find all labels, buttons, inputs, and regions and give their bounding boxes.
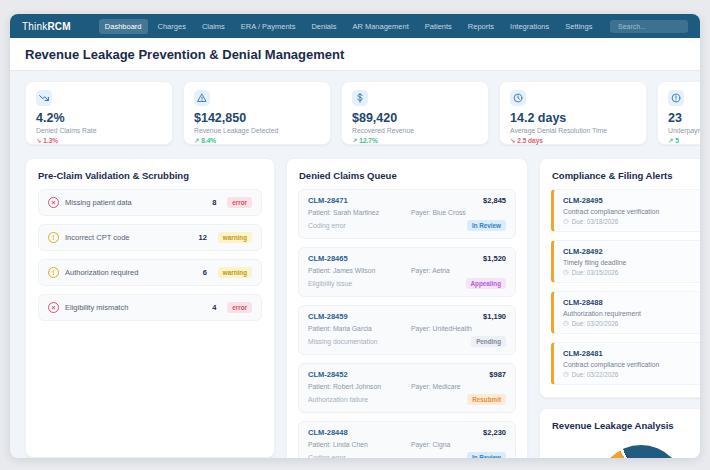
kpi-value: 4.2% — [36, 111, 162, 125]
panel-title: Revenue Leakage Analysis — [540, 409, 700, 439]
claim-row[interactable]: CLM-28448$2,230 Patient: Linda ChenPayer… — [298, 421, 516, 458]
nav-item-integrations[interactable]: Integrations — [504, 19, 555, 34]
claim-id: CLM-28471 — [308, 196, 348, 205]
claim-payer: Payer: Blue Cross — [411, 209, 466, 216]
kpi-trend: ↗ 8.4% — [194, 137, 320, 145]
warning-triangle-icon — [194, 90, 210, 106]
right-column: Compliance & Filing Alerts CLM-28495 Con… — [539, 158, 700, 458]
alert-due-date: ◷Due: 03/20/2026 — [563, 320, 700, 327]
claim-id: CLM-28448 — [308, 428, 348, 437]
claim-payer: Payer: Medicare — [411, 383, 461, 390]
nav-item-reports[interactable]: Reports — [462, 19, 500, 34]
claim-patient: Patient: Linda Chen — [308, 441, 411, 448]
kpi-trend: ↗ 5 — [668, 137, 700, 145]
compliance-alert[interactable]: CLM-28492 Timely filing deadline ◷Due: 0… — [551, 240, 700, 283]
alert-circle-icon — [668, 90, 684, 106]
nav-item-era-payments[interactable]: ERA / Payments — [235, 19, 302, 34]
claim-id: CLM-28459 — [308, 312, 348, 321]
claim-payer: Payer: Cigna — [411, 441, 450, 448]
alert-claim-id: CLM-28488 — [563, 298, 700, 307]
clock-small-icon: ◷ — [563, 320, 569, 327]
kpi-label: Denied Claims Rate — [36, 127, 162, 134]
claim-row[interactable]: CLM-28459$1,190 Patient: Maria GarciaPay… — [298, 305, 516, 355]
claim-row[interactable]: CLM-28452$987 Patient: Robert JohnsonPay… — [298, 363, 516, 413]
nav-item-charges[interactable]: Charges — [152, 19, 192, 34]
panel-title: Pre-Claim Validation & Scrubbing — [26, 159, 274, 189]
validation-item-authorization-required[interactable]: ! Authorization required 6 warning — [38, 259, 262, 286]
claim-reason: Authorization failure — [308, 396, 368, 403]
panel-title: Denied Claims Queue — [287, 159, 527, 189]
kpi-label: Revenue Leakage Detected — [194, 127, 320, 134]
claim-patient: Patient: Maria Garcia — [308, 325, 411, 332]
nav-item-ar-management[interactable]: AR Management — [346, 19, 414, 34]
status-badge: In Review — [467, 220, 506, 231]
denied-claims-queue-panel: Denied Claims Queue CLM-28471$2,845 Pati… — [286, 158, 528, 458]
clock-icon — [510, 90, 526, 106]
kpi-row: 4.2% Denied Claims Rate ↘ 1.3% $142,850 … — [25, 81, 700, 145]
alert-due-date: ◷Due: 03/22/2026 — [563, 371, 700, 378]
claim-amount: $1,520 — [483, 254, 506, 263]
revenue-leakage-analysis-panel: Revenue Leakage Analysis — [539, 408, 700, 458]
item-count: 12 — [199, 233, 207, 242]
claim-payer: Payer: UnitedHealth — [411, 325, 472, 332]
alert-description: Timely filing deadline — [563, 259, 700, 266]
compliance-alert[interactable]: CLM-28495 Contract compliance verificati… — [551, 189, 700, 232]
clock-small-icon: ◷ — [563, 218, 569, 225]
alert-claim-id: CLM-28492 — [563, 247, 700, 256]
dollar-icon — [352, 90, 368, 106]
nav-menu: Dashboard Charges Claims ERA / Payments … — [99, 19, 610, 34]
claim-amount: $2,230 — [483, 428, 506, 437]
claim-row[interactable]: CLM-28471$2,845 Patient: Sarah MartinezP… — [298, 189, 516, 239]
nav-item-patients[interactable]: Patients — [419, 19, 458, 34]
top-navbar: ThinkRCM Dashboard Charges Claims ERA / … — [10, 14, 700, 38]
status-badge: Appealing — [466, 278, 506, 289]
kpi-label: Average Denial Resolution Time — [510, 127, 636, 134]
donut-chart — [598, 445, 684, 458]
kpi-value: 14.2 days — [510, 111, 636, 125]
kpi-label: Recovered Revenue — [352, 127, 478, 134]
status-badge: In Review — [467, 452, 506, 458]
validation-item-eligibility-mismatch[interactable]: × Eligibility mismatch 4 error — [38, 294, 262, 321]
item-count: 6 — [203, 268, 207, 277]
trend-down-arrow-icon: ↘ — [510, 137, 515, 144]
severity-badge: error — [227, 302, 252, 313]
severity-badge: warning — [218, 267, 252, 278]
brand-logo[interactable]: ThinkRCM — [22, 21, 71, 32]
alert-description: Authorization requirement — [563, 310, 700, 317]
item-count: 4 — [212, 303, 216, 312]
content-area: 4.2% Denied Claims Rate ↘ 1.3% $142,850 … — [10, 71, 700, 458]
compliance-alert[interactable]: CLM-28488 Authorization requirement ◷Due… — [551, 291, 700, 334]
claim-reason: Coding error — [308, 454, 346, 458]
claim-row[interactable]: CLM-28465$1,520 Patient: James WilsonPay… — [298, 247, 516, 297]
x-circle-icon: × — [48, 197, 59, 208]
validation-item-incorrect-cpt-code[interactable]: ! Incorrect CPT code 12 warning — [38, 224, 262, 251]
severity-badge: warning — [218, 232, 252, 243]
claim-reason: Eligibility issue — [308, 280, 352, 287]
pre-claim-validation-panel: Pre-Claim Validation & Scrubbing × Missi… — [25, 158, 275, 458]
alert-claim-id: CLM-28495 — [563, 196, 700, 205]
clock-small-icon: ◷ — [563, 269, 569, 276]
claim-amount: $987 — [489, 370, 506, 379]
alert-description: Contract compliance verification — [563, 208, 700, 215]
claim-amount: $2,845 — [483, 196, 506, 205]
left-column: Pre-Claim Validation & Scrubbing × Missi… — [25, 158, 275, 458]
kpi-card-revenue-leakage: $142,850 Revenue Leakage Detected ↗ 8.4% — [183, 81, 331, 145]
warning-circle-icon: ! — [48, 267, 59, 278]
claim-patient: Patient: James Wilson — [308, 267, 411, 274]
claim-id: CLM-28452 — [308, 370, 348, 379]
x-circle-icon: × — [48, 302, 59, 313]
nav-item-claims[interactable]: Claims — [196, 19, 231, 34]
panel-title: Compliance & Filing Alerts — [540, 159, 700, 189]
validation-item-missing-patient-data[interactable]: × Missing patient data 8 error — [38, 189, 262, 216]
nav-item-dashboard[interactable]: Dashboard — [99, 19, 148, 34]
trend-up-arrow-icon: ↗ — [668, 137, 673, 144]
trending-down-icon — [36, 90, 52, 106]
claim-id: CLM-28465 — [308, 254, 348, 263]
kpi-card-resolution-time: 14.2 days Average Denial Resolution Time… — [499, 81, 647, 145]
nav-item-settings[interactable]: Settings — [559, 19, 598, 34]
nav-item-denials[interactable]: Denials — [305, 19, 342, 34]
compliance-alert[interactable]: CLM-28481 Contract compliance verificati… — [551, 342, 700, 385]
status-badge: Resubmit — [467, 394, 506, 405]
kpi-value: $89,420 — [352, 111, 478, 125]
search-input[interactable] — [610, 20, 688, 33]
